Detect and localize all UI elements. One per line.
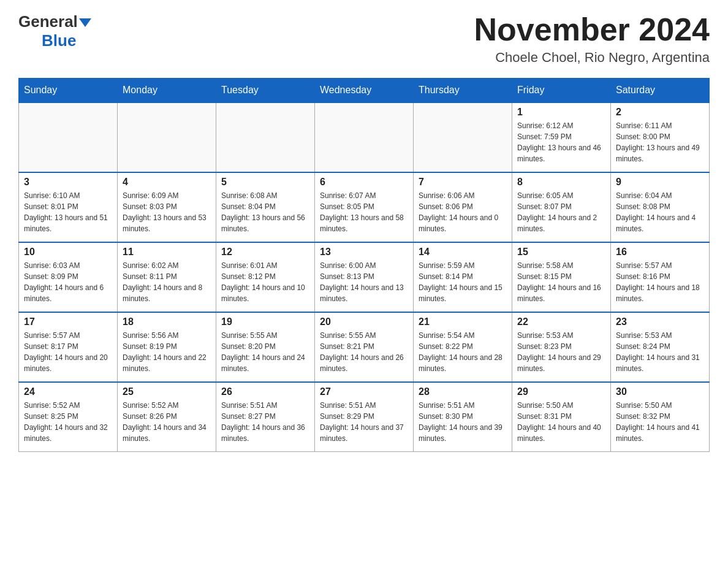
sun-info: Sunrise: 5:52 AM Sunset: 8:26 PM Dayligh…: [123, 400, 211, 444]
sun-info: Sunrise: 6:11 AM Sunset: 8:00 PM Dayligh…: [616, 120, 704, 164]
day-number: 18: [123, 316, 211, 327]
calendar-cell: 20Sunrise: 5:55 AM Sunset: 8:21 PM Dayli…: [315, 312, 414, 382]
sun-info: Sunrise: 5:56 AM Sunset: 8:19 PM Dayligh…: [123, 330, 211, 374]
sun-info: Sunrise: 6:06 AM Sunset: 8:06 PM Dayligh…: [419, 190, 507, 234]
cell-content: 26Sunrise: 5:51 AM Sunset: 8:27 PM Dayli…: [221, 386, 309, 448]
cell-content: 21Sunrise: 5:54 AM Sunset: 8:22 PM Dayli…: [419, 316, 507, 378]
calendar-cell: 18Sunrise: 5:56 AM Sunset: 8:19 PM Dayli…: [118, 312, 216, 382]
sun-info: Sunrise: 5:54 AM Sunset: 8:22 PM Dayligh…: [419, 330, 507, 374]
sun-info: Sunrise: 6:00 AM Sunset: 8:13 PM Dayligh…: [320, 260, 408, 304]
cell-content: 2Sunrise: 6:11 AM Sunset: 8:00 PM Daylig…: [616, 107, 704, 168]
day-number: 12: [221, 247, 309, 258]
day-number: 11: [123, 247, 211, 258]
calendar-cell: [19, 102, 118, 172]
sun-info: Sunrise: 5:55 AM Sunset: 8:20 PM Dayligh…: [221, 330, 309, 374]
cell-content: 10Sunrise: 6:03 AM Sunset: 8:09 PM Dayli…: [24, 247, 112, 308]
logo: General Blue: [18, 12, 91, 50]
sun-info: Sunrise: 6:01 AM Sunset: 8:12 PM Dayligh…: [221, 260, 309, 304]
day-number: 8: [517, 177, 605, 188]
cell-content: 25Sunrise: 5:52 AM Sunset: 8:26 PM Dayli…: [123, 386, 211, 448]
calendar-cell: 28Sunrise: 5:51 AM Sunset: 8:30 PM Dayli…: [414, 382, 512, 452]
logo-top: General: [18, 12, 91, 31]
day-number: 2: [616, 107, 704, 118]
cell-content: 22Sunrise: 5:53 AM Sunset: 8:23 PM Dayli…: [517, 316, 605, 378]
sun-info: Sunrise: 5:50 AM Sunset: 8:31 PM Dayligh…: [517, 400, 605, 444]
day-number: 10: [24, 247, 112, 258]
week-row-5: 24Sunrise: 5:52 AM Sunset: 8:25 PM Dayli…: [19, 382, 710, 452]
calendar-cell: 2Sunrise: 6:11 AM Sunset: 8:00 PM Daylig…: [611, 102, 710, 172]
cell-content: 23Sunrise: 5:53 AM Sunset: 8:24 PM Dayli…: [616, 316, 704, 378]
cell-content: 1Sunrise: 6:12 AM Sunset: 7:59 PM Daylig…: [517, 107, 605, 168]
day-number: 5: [221, 177, 309, 188]
day-number: 14: [419, 247, 507, 258]
calendar-cell: 5Sunrise: 6:08 AM Sunset: 8:04 PM Daylig…: [216, 172, 315, 242]
column-header-tuesday: Tuesday: [216, 79, 315, 103]
day-number: 9: [616, 177, 704, 188]
sun-info: Sunrise: 6:07 AM Sunset: 8:05 PM Dayligh…: [320, 190, 408, 234]
calendar-cell: 3Sunrise: 6:10 AM Sunset: 8:01 PM Daylig…: [19, 172, 118, 242]
calendar-cell: 6Sunrise: 6:07 AM Sunset: 8:05 PM Daylig…: [315, 172, 414, 242]
sun-info: Sunrise: 6:02 AM Sunset: 8:11 PM Dayligh…: [123, 260, 211, 304]
day-number: 3: [24, 177, 112, 188]
sun-info: Sunrise: 6:05 AM Sunset: 8:07 PM Dayligh…: [517, 190, 605, 234]
calendar-cell: 27Sunrise: 5:51 AM Sunset: 8:29 PM Dayli…: [315, 382, 414, 452]
day-number: 4: [123, 177, 211, 188]
cell-content: 7Sunrise: 6:06 AM Sunset: 8:06 PM Daylig…: [419, 177, 507, 238]
calendar-cell: [414, 102, 512, 172]
day-number: 1: [517, 107, 605, 118]
logo-bottom: Blue: [18, 31, 91, 50]
cell-content: 15Sunrise: 5:58 AM Sunset: 8:15 PM Dayli…: [517, 247, 605, 308]
day-number: 21: [419, 316, 507, 327]
calendar-cell: 1Sunrise: 6:12 AM Sunset: 7:59 PM Daylig…: [512, 102, 611, 172]
day-number: 20: [320, 316, 408, 327]
calendar-cell: 26Sunrise: 5:51 AM Sunset: 8:27 PM Dayli…: [216, 382, 315, 452]
day-number: 26: [221, 386, 309, 397]
calendar-cell: 14Sunrise: 5:59 AM Sunset: 8:14 PM Dayli…: [414, 242, 512, 312]
cell-content: 20Sunrise: 5:55 AM Sunset: 8:21 PM Dayli…: [320, 316, 408, 378]
calendar-cell: 16Sunrise: 5:57 AM Sunset: 8:16 PM Dayli…: [611, 242, 710, 312]
calendar-cell: [315, 102, 414, 172]
calendar-cell: 7Sunrise: 6:06 AM Sunset: 8:06 PM Daylig…: [414, 172, 512, 242]
day-number: 28: [419, 386, 507, 397]
day-number: 7: [419, 177, 507, 188]
cell-content: 12Sunrise: 6:01 AM Sunset: 8:12 PM Dayli…: [221, 247, 309, 308]
calendar-cell: 13Sunrise: 6:00 AM Sunset: 8:13 PM Dayli…: [315, 242, 414, 312]
sun-info: Sunrise: 5:57 AM Sunset: 8:16 PM Dayligh…: [616, 260, 704, 304]
sun-info: Sunrise: 5:51 AM Sunset: 8:30 PM Dayligh…: [419, 400, 507, 444]
cell-content: 14Sunrise: 5:59 AM Sunset: 8:14 PM Dayli…: [419, 247, 507, 308]
cell-content: 19Sunrise: 5:55 AM Sunset: 8:20 PM Dayli…: [221, 316, 309, 378]
cell-content: 6Sunrise: 6:07 AM Sunset: 8:05 PM Daylig…: [320, 177, 408, 238]
calendar-cell: 25Sunrise: 5:52 AM Sunset: 8:26 PM Dayli…: [118, 382, 216, 452]
calendar-cell: 30Sunrise: 5:50 AM Sunset: 8:32 PM Dayli…: [611, 382, 710, 452]
calendar-cell: 10Sunrise: 6:03 AM Sunset: 8:09 PM Dayli…: [19, 242, 118, 312]
calendar-cell: 23Sunrise: 5:53 AM Sunset: 8:24 PM Dayli…: [611, 312, 710, 382]
cell-content: 17Sunrise: 5:57 AM Sunset: 8:17 PM Dayli…: [24, 316, 112, 378]
page-header: General Blue November 2024 Choele Choel,…: [18, 12, 710, 66]
sun-info: Sunrise: 6:09 AM Sunset: 8:03 PM Dayligh…: [123, 190, 211, 234]
calendar-cell: [118, 102, 216, 172]
sun-info: Sunrise: 6:04 AM Sunset: 8:08 PM Dayligh…: [616, 190, 704, 234]
sun-info: Sunrise: 6:08 AM Sunset: 8:04 PM Dayligh…: [221, 190, 309, 234]
sun-info: Sunrise: 6:12 AM Sunset: 7:59 PM Dayligh…: [517, 120, 605, 164]
cell-content: 11Sunrise: 6:02 AM Sunset: 8:11 PM Dayli…: [123, 247, 211, 308]
cell-content: 29Sunrise: 5:50 AM Sunset: 8:31 PM Dayli…: [517, 386, 605, 448]
cell-content: 28Sunrise: 5:51 AM Sunset: 8:30 PM Dayli…: [419, 386, 507, 448]
column-header-monday: Monday: [118, 79, 216, 103]
calendar-cell: 4Sunrise: 6:09 AM Sunset: 8:03 PM Daylig…: [118, 172, 216, 242]
calendar-cell: 9Sunrise: 6:04 AM Sunset: 8:08 PM Daylig…: [611, 172, 710, 242]
sun-info: Sunrise: 5:58 AM Sunset: 8:15 PM Dayligh…: [517, 260, 605, 304]
logo-blue-text: Blue: [42, 31, 76, 50]
column-header-wednesday: Wednesday: [315, 79, 414, 103]
sun-info: Sunrise: 5:59 AM Sunset: 8:14 PM Dayligh…: [419, 260, 507, 304]
sun-info: Sunrise: 5:55 AM Sunset: 8:21 PM Dayligh…: [320, 330, 408, 374]
day-number: 13: [320, 247, 408, 258]
cell-content: 8Sunrise: 6:05 AM Sunset: 8:07 PM Daylig…: [517, 177, 605, 238]
cell-content: 4Sunrise: 6:09 AM Sunset: 8:03 PM Daylig…: [123, 177, 211, 238]
sun-info: Sunrise: 6:10 AM Sunset: 8:01 PM Dayligh…: [24, 190, 112, 234]
calendar-cell: 19Sunrise: 5:55 AM Sunset: 8:20 PM Dayli…: [216, 312, 315, 382]
month-title: November 2024: [474, 12, 710, 47]
calendar-cell: 21Sunrise: 5:54 AM Sunset: 8:22 PM Dayli…: [414, 312, 512, 382]
sun-info: Sunrise: 6:03 AM Sunset: 8:09 PM Dayligh…: [24, 260, 112, 304]
calendar-table: SundayMondayTuesdayWednesdayThursdayFrid…: [18, 78, 710, 452]
sun-info: Sunrise: 5:53 AM Sunset: 8:23 PM Dayligh…: [517, 330, 605, 374]
